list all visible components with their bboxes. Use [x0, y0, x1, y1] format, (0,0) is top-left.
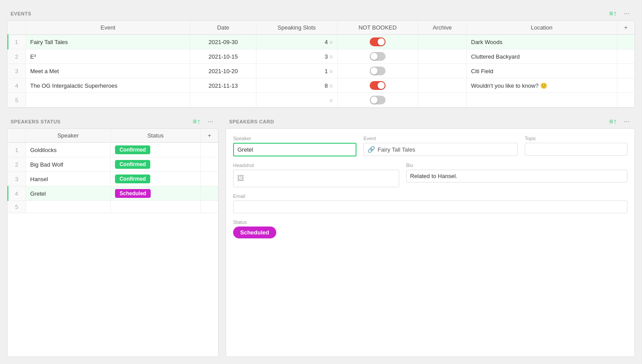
link-icon: 🔗: [367, 146, 375, 153]
events-col-plus[interactable]: +: [617, 21, 635, 35]
row-num: 3: [8, 172, 26, 186]
speaker-status: Confirmed: [111, 157, 200, 172]
bio-input[interactable]: [406, 170, 627, 182]
not-booked-toggle[interactable]: [337, 64, 418, 78]
lines-icon: ≡: [330, 83, 333, 89]
toggle-switch[interactable]: [370, 37, 386, 46]
table-row[interactable]: 2 E³ 2021-10-15 3 ≡ Cluttered Backyard: [8, 49, 635, 64]
speakers-card-panel: Speaker Event 🔗 Fairy Tall Tales Topic: [226, 128, 635, 357]
add-col: [200, 172, 218, 186]
speaker-status: Scheduled: [111, 186, 200, 201]
toggle-switch[interactable]: [370, 81, 386, 90]
row-num: 5: [8, 201, 26, 213]
archive-cell: [418, 64, 467, 78]
speaker-name: Hansel: [26, 172, 111, 186]
toggle-switch[interactable]: [370, 67, 386, 75]
archive-cell: [418, 49, 467, 64]
location-cell: Dark Woods: [467, 35, 617, 49]
speaker-status: Confirmed: [111, 143, 200, 157]
row-num: 4: [8, 186, 26, 201]
events-col-slots: Speaking Slots: [256, 21, 337, 35]
add-col: [617, 93, 635, 108]
table-row[interactable]: 4 Gretel Scheduled: [8, 186, 218, 201]
table-row[interactable]: 3 Hansel Confirmed: [8, 172, 218, 186]
speakers-card-filter-btn[interactable]: ≡↑: [607, 117, 618, 126]
image-icon: 🖼: [237, 175, 244, 182]
event-date: 2021-10-15: [190, 49, 256, 64]
event-slots: ≡: [256, 93, 337, 108]
table-row[interactable]: 3 Meet a Met 2021-10-20 1 ≡ Citi Field: [8, 64, 635, 78]
event-date: 2021-09-30: [190, 35, 256, 49]
table-row[interactable]: 1 Goldilocks Confirmed: [8, 143, 218, 157]
events-col-location: Location: [467, 21, 617, 35]
bio-label: Bio: [406, 163, 627, 168]
lines-icon: ≡: [330, 97, 333, 104]
events-col-num: [8, 21, 26, 35]
not-booked-toggle[interactable]: [337, 93, 418, 108]
event-value: Fairy Tall Tales: [378, 146, 416, 153]
events-col-notbooked: NOT BOOKED: [337, 21, 418, 35]
event-slots: 1 ≡: [256, 64, 337, 78]
event-date: [190, 93, 256, 108]
events-more-btn[interactable]: ···: [622, 9, 631, 19]
not-booked-toggle[interactable]: [337, 49, 418, 64]
speakers-col-plus[interactable]: +: [200, 129, 218, 143]
not-booked-toggle[interactable]: [337, 78, 418, 93]
lines-icon: ≡: [330, 39, 333, 45]
events-title: EVENTS: [11, 11, 31, 16]
event-date: 2021-10-20: [190, 64, 256, 78]
add-col: [200, 201, 218, 213]
speakers-col-num: [8, 129, 26, 143]
add-col: [200, 186, 218, 201]
table-row[interactable]: 1 Fairy Tall Tales 2021-09-30 4 ≡ Dark W…: [8, 35, 635, 49]
email-input[interactable]: [233, 201, 627, 213]
archive-cell: [418, 78, 467, 93]
headshot-label: Headshot: [233, 163, 399, 168]
row-num: 2: [8, 157, 26, 172]
status-badge[interactable]: Scheduled: [233, 227, 276, 238]
add-col: [617, 49, 635, 64]
not-booked-toggle[interactable]: [337, 35, 418, 49]
lines-icon: ≡: [330, 54, 333, 60]
event-name: The OG Intergalactic Superheroes: [26, 78, 190, 93]
headshot-box[interactable]: 🖼: [233, 170, 399, 187]
status-badge: Confirmed: [115, 175, 150, 183]
archive-cell: [418, 93, 467, 108]
toggle-switch[interactable]: [370, 96, 386, 104]
event-linked-field[interactable]: 🔗 Fairy Tall Tales: [364, 143, 518, 156]
add-col: [617, 78, 635, 93]
event-date: 2021-11-13: [190, 78, 256, 93]
speaker-status: [111, 201, 200, 213]
location-cell: Wouldn't you like to know? 🙂: [467, 78, 617, 93]
add-col: [200, 157, 218, 172]
table-row[interactable]: 5 ≡: [8, 93, 635, 108]
speakers-col-status: Status: [111, 129, 200, 143]
table-row[interactable]: 4 The OG Intergalactic Superheroes 2021-…: [8, 78, 635, 93]
location-cell: Cluttered Backyard: [467, 49, 617, 64]
row-num: 2: [8, 49, 26, 64]
table-row[interactable]: 2 Big Bad Wolf Confirmed: [8, 157, 218, 172]
topic-input[interactable]: [525, 143, 627, 156]
event-name: E³: [26, 49, 190, 64]
events-col-archive: Archive: [418, 21, 467, 35]
speaker-name: [26, 201, 111, 213]
event-name: [26, 93, 190, 108]
speakers-status-filter-btn[interactable]: ≡↑: [191, 117, 202, 126]
speaker-name: Gretel: [26, 186, 111, 201]
location-cell: Citi Field: [467, 64, 617, 78]
speaker-label: Speaker: [233, 136, 356, 141]
events-filter-btn[interactable]: ≡↑: [607, 9, 618, 19]
speakers-status-more-btn[interactable]: ···: [206, 117, 215, 126]
table-row[interactable]: 5: [8, 201, 218, 213]
archive-cell: [418, 35, 467, 49]
speakers-card-more-btn[interactable]: ···: [622, 117, 631, 126]
speaker-name: Big Bad Wolf: [26, 157, 111, 172]
toggle-switch[interactable]: [370, 52, 386, 61]
email-label: Email: [233, 193, 627, 199]
speaker-input[interactable]: [233, 143, 356, 156]
status-badge: Confirmed: [115, 160, 150, 169]
add-col: [617, 35, 635, 49]
location-cell: [467, 93, 617, 108]
row-num: 4: [8, 78, 26, 93]
event-name: Meet a Met: [26, 64, 190, 78]
